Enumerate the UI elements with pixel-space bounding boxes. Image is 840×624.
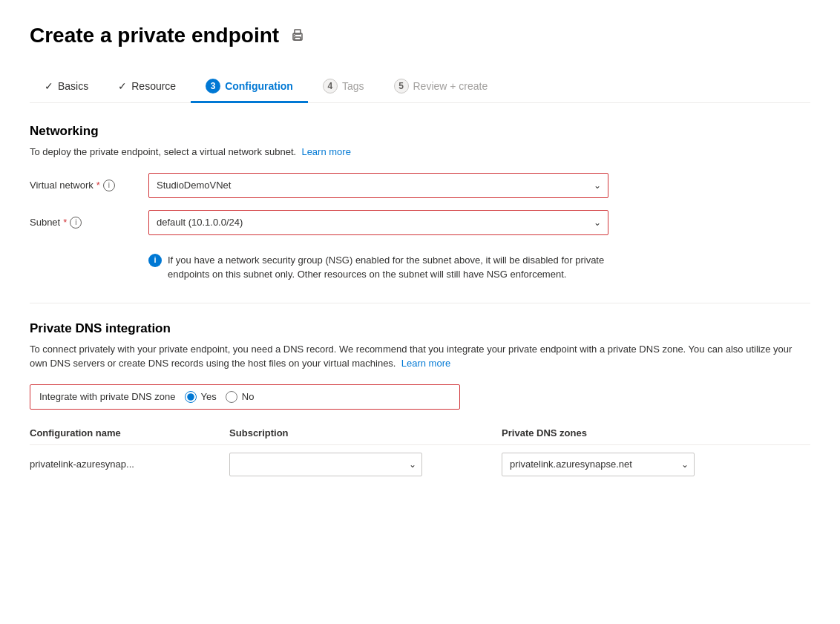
subscription-dropdown-wrapper: ⌄ xyxy=(229,453,422,476)
svg-rect-2 xyxy=(295,37,301,40)
tab-review[interactable]: 5 Review + create xyxy=(379,71,503,103)
tab-review-label: Review + create xyxy=(413,80,488,92)
nsg-note: i If you have a network security group (… xyxy=(148,253,608,282)
tab-tags[interactable]: 4 Tags xyxy=(308,71,379,103)
subscription-cell: ⌄ xyxy=(229,444,502,484)
integrate-dns-row: Integrate with private DNS zone Yes No xyxy=(30,384,460,410)
page-title: Create a private endpoint xyxy=(30,24,279,47)
print-icon[interactable] xyxy=(289,27,306,44)
no-radio-text: No xyxy=(242,391,255,402)
vnet-required-star: * xyxy=(96,180,100,191)
section-divider xyxy=(30,303,810,303)
dns-table-header-row: Configuration name Subscription Private … xyxy=(30,421,810,445)
networking-section: Networking To deploy the private endpoin… xyxy=(30,124,810,282)
subnet-label: Subnet * i xyxy=(30,217,134,229)
networking-learn-more-link[interactable]: Learn more xyxy=(301,146,350,157)
review-badge: 5 xyxy=(394,79,409,93)
virtual-network-label: Virtual network * i xyxy=(30,180,134,191)
tags-badge: 4 xyxy=(323,79,338,93)
dns-zone-dropdown-wrapper: privatelink.azuresynapse.net ⌄ xyxy=(502,453,695,476)
svg-point-3 xyxy=(294,35,295,36)
tab-basics-label: Basics xyxy=(58,80,88,92)
configuration-badge: 3 xyxy=(206,79,220,93)
virtual-network-row: Virtual network * i StudioDemoVNet ⌄ xyxy=(30,173,810,198)
networking-title: Networking xyxy=(30,124,810,139)
integrate-dns-label: Integrate with private DNS zone xyxy=(39,391,176,402)
dns-table: Configuration name Subscription Private … xyxy=(30,421,810,484)
tab-tags-label: Tags xyxy=(342,80,364,92)
subnet-dropdown-wrapper: default (10.1.0.0/24) ⌄ xyxy=(148,210,608,235)
tab-configuration[interactable]: 3 Configuration xyxy=(191,71,308,103)
tab-resource-label: Resource xyxy=(131,80,176,92)
nsg-info-circle-icon: i xyxy=(148,254,162,267)
yes-radio-text: Yes xyxy=(201,391,217,402)
virtual-network-dropdown-wrapper: StudioDemoVNet ⌄ xyxy=(148,173,608,198)
dns-radio-group: Yes No xyxy=(185,391,255,403)
page-title-container: Create a private endpoint xyxy=(30,24,810,47)
resource-check-icon: ✓ xyxy=(118,80,127,92)
subnet-info-icon[interactable]: i xyxy=(70,217,82,229)
networking-desc: To deploy the private endpoint, select a… xyxy=(30,145,810,160)
dns-zone-cell: privatelink.azuresynapse.net ⌄ xyxy=(502,444,810,484)
private-dns-title: Private DNS integration xyxy=(30,321,810,336)
tab-basics[interactable]: ✓ Basics xyxy=(30,73,103,102)
tab-resource[interactable]: ✓ Resource xyxy=(103,73,191,102)
tab-configuration-label: Configuration xyxy=(225,80,293,92)
vnet-info-icon[interactable]: i xyxy=(103,180,115,191)
virtual-network-dropdown[interactable]: StudioDemoVNet xyxy=(148,173,608,198)
basics-check-icon: ✓ xyxy=(45,80,53,92)
subscription-dropdown[interactable] xyxy=(229,453,422,476)
dns-zone-dropdown[interactable]: privatelink.azuresynapse.net xyxy=(502,453,695,476)
yes-radio-label[interactable]: Yes xyxy=(185,391,217,403)
private-dns-desc: To connect privately with your private e… xyxy=(30,342,810,371)
config-name-cell: privatelink-azuresynap... xyxy=(30,444,229,484)
wizard-tabs: ✓ Basics ✓ Resource 3 Configuration 4 Ta… xyxy=(30,71,810,103)
private-dns-section: Private DNS integration To connect priva… xyxy=(30,321,810,484)
yes-radio-input[interactable] xyxy=(185,391,197,403)
private-dns-learn-more-link[interactable]: Learn more xyxy=(401,358,450,369)
col-header-subscription: Subscription xyxy=(229,421,502,445)
subnet-row: Subnet * i default (10.1.0.0/24) ⌄ i If … xyxy=(30,210,810,282)
no-radio-input[interactable] xyxy=(226,391,237,403)
subnet-dropdown[interactable]: default (10.1.0.0/24) xyxy=(148,210,608,235)
subnet-required-star: * xyxy=(63,217,67,228)
col-header-config: Configuration name xyxy=(30,421,229,445)
table-row: privatelink-azuresynap... ⌄ privatelink.… xyxy=(30,444,810,484)
no-radio-label[interactable]: No xyxy=(226,391,255,403)
col-header-dns-zones: Private DNS zones xyxy=(502,421,810,445)
